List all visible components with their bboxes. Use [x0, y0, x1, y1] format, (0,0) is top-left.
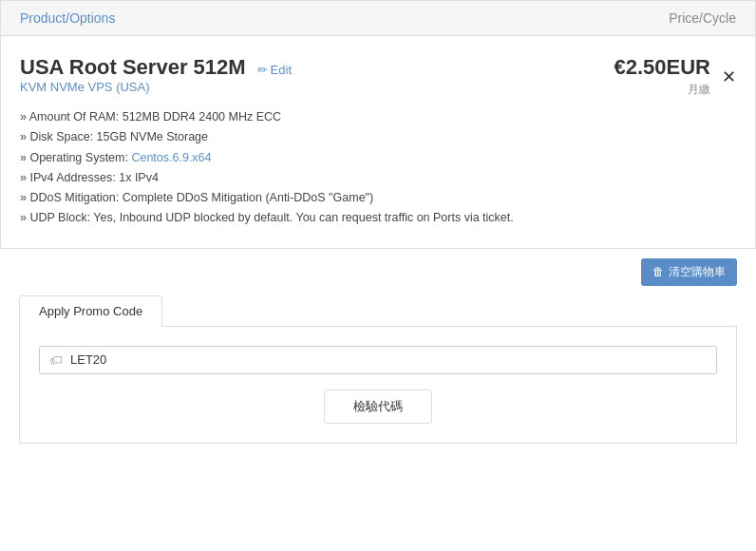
cart-actions: 🗑 清空購物車 — [0, 249, 756, 295]
clear-cart-button[interactable]: 🗑 清空購物車 — [641, 258, 737, 286]
title-left: USA Root Server 512M ✏ Edit — [20, 55, 292, 80]
promo-section: Apply Promo Code 🏷 檢驗代碼 — [0, 295, 756, 444]
price-remove-section: €2.50EUR 月繳 ✕ — [614, 55, 736, 98]
promo-input-row: 🏷 — [39, 346, 717, 374]
promo-body: 🏷 檢驗代碼 — [19, 326, 737, 444]
price-column: €2.50EUR 月繳 — [614, 55, 710, 98]
product-specs: » Amount Of RAM: 512MB DDR4 2400 MHz ECC… — [20, 107, 736, 229]
promo-input[interactable] — [70, 352, 707, 367]
price-amount: €2.50EUR — [614, 55, 710, 80]
verify-button[interactable]: 檢驗代碼 — [324, 390, 432, 424]
verify-label: 檢驗代碼 — [353, 399, 403, 413]
edit-link[interactable]: ✏ Edit — [257, 63, 292, 77]
table-header: Product/Options Price/Cycle — [0, 0, 756, 36]
price-cycle: 月繳 — [688, 82, 710, 98]
product-subtitle: KVM NVMe VPS (USA) — [20, 80, 292, 94]
spec-ddos: » DDoS Mitigation: Complete DDoS Mitigat… — [20, 188, 736, 208]
spec-os-link[interactable]: Centos.6.9.x64 — [131, 151, 211, 164]
trash-icon: 🗑 — [652, 265, 664, 278]
product-title-section: USA Root Server 512M ✏ Edit KVM NVMe VPS… — [20, 55, 292, 104]
pencil-icon: ✏ — [257, 63, 268, 77]
clear-cart-label: 清空購物車 — [669, 264, 726, 280]
promo-tab[interactable]: Apply Promo Code — [19, 295, 162, 327]
spec-ipv4: » IPv4 Addresses: 1x IPv4 — [20, 168, 736, 188]
product-title: USA Root Server 512M — [20, 55, 246, 80]
product-card: USA Root Server 512M ✏ Edit KVM NVMe VPS… — [0, 36, 756, 249]
spec-os: » Operating System: Centos.6.9.x64 — [20, 148, 736, 168]
price-cycle-header: Price/Cycle — [669, 10, 736, 26]
spec-disk: » Disk Space: 15GB NVMe Storage — [20, 127, 736, 147]
edit-label: Edit — [271, 63, 292, 77]
spec-ram: » Amount Of RAM: 512MB DDR4 2400 MHz ECC — [20, 107, 736, 127]
promo-tab-label: Apply Promo Code — [39, 304, 142, 318]
tab-bar: Apply Promo Code — [19, 295, 737, 327]
spec-udp: » UDP Block: Yes, Inbound UDP blocked by… — [20, 208, 736, 228]
product-options-header: Product/Options — [20, 10, 115, 26]
tag-icon: 🏷 — [49, 352, 63, 368]
product-title-row: USA Root Server 512M ✏ Edit KVM NVMe VPS… — [20, 55, 736, 104]
remove-button[interactable]: ✕ — [722, 68, 736, 86]
verify-btn-row: 檢驗代碼 — [39, 390, 717, 424]
